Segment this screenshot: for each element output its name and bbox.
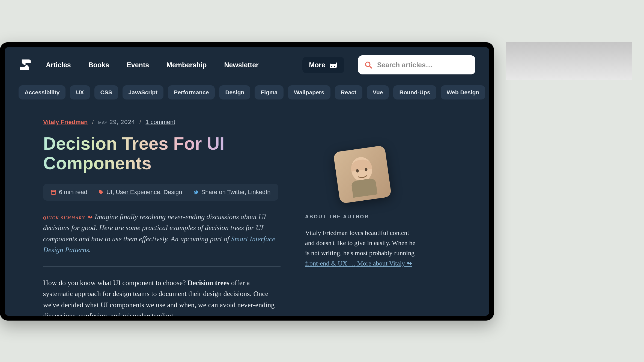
svg-rect-2 [51,190,56,194]
avatar-illustration [338,150,387,199]
calendar-icon [51,189,56,195]
monitor-frame: Articles Books Events Membership Newslet… [0,42,494,321]
main-nav: Articles Books Events Membership Newslet… [46,61,300,69]
content: Vitaly Friedman / may 29, 2024 / 1 comme… [5,105,489,316]
tag-design[interactable]: Design [219,85,250,99]
tag-vue[interactable]: Vue [367,85,389,99]
publish-date: may 29, 2024 [98,119,135,125]
article-main: Vitaly Friedman / may 29, 2024 / 1 comme… [43,119,281,316]
tag-javascript[interactable]: JavaScript [123,85,163,99]
tag-ux[interactable]: UX [70,85,90,99]
nav-articles[interactable]: Articles [46,61,71,69]
tag-figma[interactable]: Figma [255,85,284,99]
tag-css[interactable]: CSS [94,85,118,99]
screen: Articles Books Events Membership Newslet… [5,47,489,316]
divider [43,266,281,267]
site-logo[interactable] [19,57,32,73]
bio-more-link[interactable]: More about Vitaly ↬ [356,260,412,267]
article-title: Decision Trees For UI Components [43,134,281,173]
author-link[interactable]: Vitaly Friedman [43,119,88,125]
tag-row: Accessibility UX CSS JavaScript Performa… [5,80,489,105]
tag-accessibility[interactable]: Accessibility [19,85,65,99]
search-icon [365,61,372,69]
summary-label: quick summary ↬ [43,214,95,221]
cat-icon [329,61,338,69]
tag-wallpapers[interactable]: Wallpapers [288,85,330,99]
more-label: More [309,61,325,69]
tag-react[interactable]: React [335,85,362,99]
nav-newsletter[interactable]: Newsletter [224,61,258,69]
author-bio: Vitaly Friedman loves beautiful content … [305,228,420,269]
twitter-icon [193,189,199,195]
share-linkedin[interactable]: LinkedIn [248,189,270,195]
author-avatar[interactable] [333,145,392,204]
share-block: Share on Twitter, LinkedIn [193,189,271,196]
monitor-stand [506,42,632,80]
read-time: 6 min read [51,189,87,196]
header: Articles Books Events Membership Newslet… [5,47,489,80]
about-author-title: ABOUT THE AUTHOR [305,214,420,220]
article-meta: Vitaly Friedman / may 29, 2024 / 1 comme… [43,119,281,126]
cat-ux[interactable]: User Experience [116,189,160,195]
logo-icon [19,59,31,71]
article-body: How do you know what UI component to cho… [43,277,281,316]
cat-ui[interactable]: UI [106,189,112,195]
svg-line-1 [369,66,372,68]
tag-performance[interactable]: Performance [168,85,215,99]
share-twitter[interactable]: Twitter [227,189,245,195]
nav-books[interactable]: Books [88,61,109,69]
search-input[interactable] [377,61,469,69]
tag-icon [98,189,104,195]
nav-membership[interactable]: Membership [166,61,207,69]
comment-link[interactable]: 1 comment [145,119,175,125]
category-links: UI, User Experience, Design [98,189,182,196]
search-box[interactable] [358,55,475,74]
quick-summary: quick summary ↬ Imagine finally resolvin… [43,212,281,255]
meta-bar: 6 min read UI, User Experience, Design S… [43,184,278,201]
sidebar: ABOUT THE AUTHOR Vitaly Friedman loves b… [305,119,420,316]
tag-roundups[interactable]: Round-Ups [393,85,436,99]
tag-webdesign[interactable]: Web Design [441,85,485,99]
nav-events[interactable]: Events [127,61,149,69]
more-button[interactable]: More [302,57,344,73]
bio-link-1[interactable]: front-end & UX … [305,260,356,267]
cat-design[interactable]: Design [163,189,182,195]
